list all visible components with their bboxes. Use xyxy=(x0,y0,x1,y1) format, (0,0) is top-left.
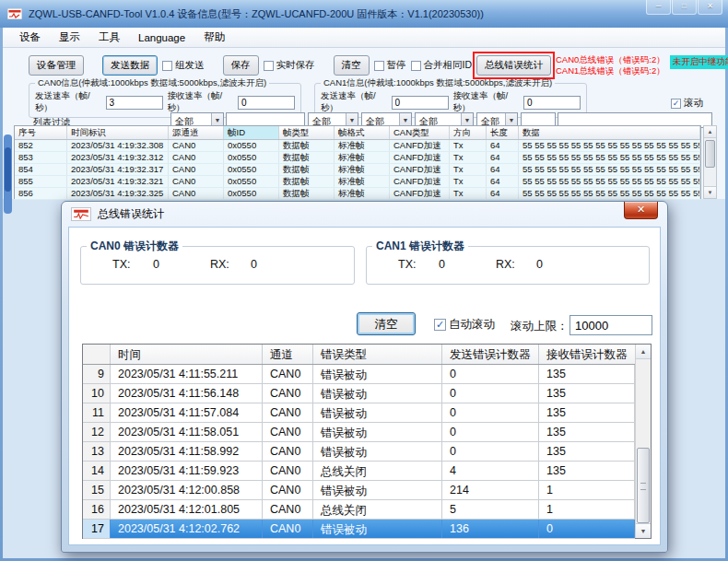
column-header[interactable]: 接收错误计数器 xyxy=(539,345,651,364)
can1-tx-value: 0 xyxy=(439,258,496,271)
checkbox-box xyxy=(374,61,384,71)
table-cell: 135 xyxy=(539,365,635,383)
table-row[interactable]: 92023/05/31 4:11:55.211CAN0错误被动0135 xyxy=(83,365,635,384)
table-cell: 135 xyxy=(539,442,635,461)
column-header[interactable]: 帧格式 xyxy=(335,126,390,139)
table-cell: 64 xyxy=(487,140,519,151)
auto-scroll-checkbox[interactable]: ✓ 自动滚动 xyxy=(434,317,495,333)
table-cell: 2023/05/31 4:11:58.992 xyxy=(111,442,263,461)
table-row[interactable]: 102023/05/31 4:11:56.148CAN0错误被动0135 xyxy=(83,384,635,403)
table-cell: CAN0 xyxy=(169,152,224,163)
scrollbar-thumb[interactable] xyxy=(637,448,650,523)
table-cell: 135 xyxy=(539,384,635,403)
scroll-down-icon[interactable]: ▼ xyxy=(636,523,651,538)
column-header[interactable]: 通道 xyxy=(263,345,313,364)
table-cell: 0 xyxy=(442,384,539,403)
scrollbar-thumb[interactable] xyxy=(705,140,715,168)
can1-rx-value: 0 xyxy=(536,258,593,271)
can1-tx-rate-field[interactable] xyxy=(392,96,449,110)
menu-display[interactable]: 显示 xyxy=(50,28,89,47)
table-row[interactable]: 152023/05/31 4:12:00.858CAN0错误被动2141 xyxy=(83,481,635,500)
bus-error-stats-button[interactable]: 总线错误统计 xyxy=(476,55,551,76)
can0-rx-rate-field[interactable] xyxy=(238,96,295,110)
realtime-save-checkbox[interactable]: 实时保存 xyxy=(264,59,315,72)
table-cell: 11 xyxy=(83,403,111,422)
dialog-clear-button[interactable]: 清空 xyxy=(357,312,416,335)
table-cell: CAN0 xyxy=(263,442,313,461)
checkbox-label: 滚动 xyxy=(684,97,703,110)
group-send-checkbox[interactable]: 组发送 xyxy=(162,59,205,72)
menu-help[interactable]: 帮助 xyxy=(194,28,234,47)
scroll-limit-field[interactable] xyxy=(569,315,652,335)
column-header[interactable]: 发送错误计数器 xyxy=(442,345,539,364)
tx-rate-label: 发送速率（帧/秒） xyxy=(321,90,387,114)
device-manage-button[interactable]: 设备管理 xyxy=(29,55,84,76)
table-cell: 64 xyxy=(487,152,519,163)
table-cell: 错误被动 xyxy=(313,423,442,441)
table-cell: CAN0 xyxy=(263,365,313,383)
table-cell: 数据帧 xyxy=(279,140,335,151)
table-cell: 1 xyxy=(539,500,635,519)
table-row[interactable]: 8542023/05/31 4:19:32.317CAN00x0550数据帧标准… xyxy=(15,164,700,176)
menu-tools[interactable]: 工具 xyxy=(89,28,129,47)
table-cell: 854 xyxy=(15,164,67,175)
scroll-up-icon[interactable]: ▲ xyxy=(636,345,651,359)
can0-tx-rate-field[interactable] xyxy=(106,96,163,110)
table-cell: 2023/05/31 4:19:32.325 xyxy=(67,188,169,199)
table-row[interactable]: 8522023/05/31 4:19:32.308CAN00x0550数据帧标准… xyxy=(15,140,700,152)
table-row[interactable]: 132023/05/31 4:11:58.992CAN0错误被动0135 xyxy=(83,442,635,462)
table-cell: 16 xyxy=(83,500,111,519)
table-cell: 64 xyxy=(487,164,519,175)
save-button[interactable]: 保存 xyxy=(223,55,259,76)
minimize-icon[interactable]: ─ xyxy=(646,0,671,15)
table-cell: CAN0 xyxy=(263,403,313,422)
table-row[interactable]: 8552023/05/31 4:19:32.321CAN00x0550数据帧标准… xyxy=(15,176,700,188)
pause-checkbox[interactable]: 暂停 xyxy=(374,59,406,72)
menu-language[interactable]: Language xyxy=(129,29,194,46)
column-header[interactable]: 时间 xyxy=(111,345,263,364)
table-cell: 1 xyxy=(539,481,635,499)
table-row[interactable]: 162023/05/31 4:12:01.805CAN0总线关闭51 xyxy=(83,500,635,520)
table-cell: Tx xyxy=(450,176,487,187)
close-icon[interactable]: ✕ xyxy=(698,0,722,15)
column-header[interactable]: 帧类型 xyxy=(279,126,335,139)
main-table-scrollbar[interactable]: ▲ ▼ xyxy=(703,125,717,199)
rx-rate-label: 接收速率（帧/秒） xyxy=(453,90,520,114)
column-header[interactable]: 数据 xyxy=(519,126,700,139)
can1-bus-error-text: CAN1总线错误（错误码:2） xyxy=(556,65,665,76)
column-header[interactable]: 方向 xyxy=(450,126,487,139)
menu-bar: 设备 显示 工具 Language 帮助 xyxy=(3,28,725,48)
table-row[interactable]: 8562023/05/31 4:19:32.325CAN00x0550数据帧标准… xyxy=(15,188,700,200)
column-header[interactable]: 时间标识 xyxy=(67,126,169,139)
column-header[interactable]: 长度 xyxy=(487,126,519,139)
scroll-checkbox[interactable]: ✓ 滚动 xyxy=(671,97,703,110)
dialog-table-scrollbar[interactable]: ▲ ▼ xyxy=(635,345,651,538)
table-cell: CAN0 xyxy=(169,188,224,199)
menu-device[interactable]: 设备 xyxy=(10,28,50,47)
table-row[interactable]: 172023/05/31 4:12:02.762CAN0错误被动1360 xyxy=(83,520,635,539)
table-cell: CAN0 xyxy=(169,164,224,175)
maximize-icon[interactable]: □ xyxy=(672,0,697,15)
table-row[interactable]: 8532023/05/31 4:19:32.312CAN00x0550数据帧标准… xyxy=(15,152,700,164)
table-row[interactable]: 112023/05/31 4:11:57.084CAN0错误被动0135 xyxy=(83,403,635,423)
column-header[interactable] xyxy=(83,345,111,364)
dialog-close-icon[interactable]: ✕ xyxy=(624,202,658,219)
column-header[interactable]: CAN类型 xyxy=(390,126,450,139)
clear-button[interactable]: 清空 xyxy=(334,55,370,76)
table-cell: 数据帧 xyxy=(279,164,335,175)
merge-same-id-checkbox[interactable]: 合并相同ID xyxy=(411,59,473,72)
table-cell: 64 xyxy=(487,176,519,187)
send-data-button[interactable]: 发送数据 xyxy=(102,55,158,76)
column-header[interactable]: 帧ID xyxy=(224,126,279,139)
can1-rx-rate-field[interactable] xyxy=(523,96,581,110)
column-header[interactable]: 序号 xyxy=(15,126,67,139)
scroll-up-icon[interactable]: ▲ xyxy=(704,126,716,138)
table-cell: 2023/05/31 4:11:56.148 xyxy=(111,384,263,403)
scroll-down-icon[interactable]: ▼ xyxy=(704,186,716,198)
table-row[interactable]: 122023/05/31 4:11:58.051CAN0错误被动0135 xyxy=(83,423,635,442)
column-header[interactable]: 源通道 xyxy=(169,126,224,139)
left-edge-thumb xyxy=(5,147,11,192)
column-header[interactable]: 错误类型 xyxy=(313,345,442,364)
table-cell: 0x0550 xyxy=(224,164,279,175)
table-row[interactable]: 142023/05/31 4:11:59.923CAN0总线关闭4135 xyxy=(83,462,635,481)
